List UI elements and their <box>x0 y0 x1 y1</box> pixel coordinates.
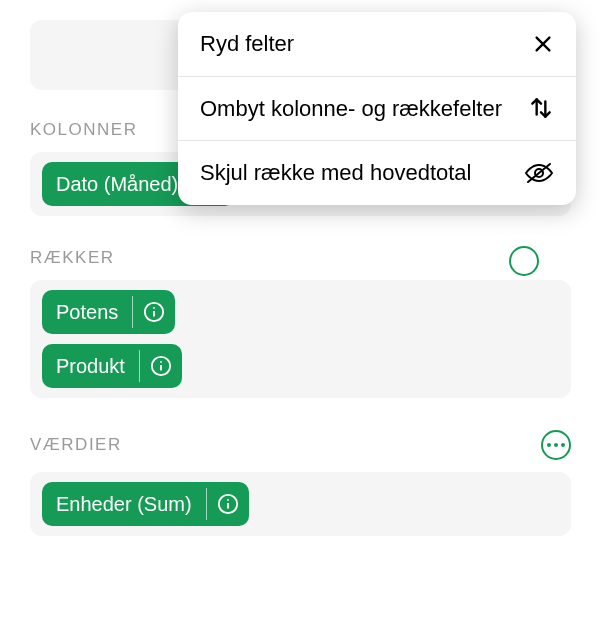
row-pill-produkt[interactable]: Produkt <box>42 344 182 388</box>
values-card: Enheder (Sum) <box>30 472 571 536</box>
swap-icon <box>528 95 554 121</box>
swap-fields-item[interactable]: Ombyt kolonne- og rækkefelter <box>178 77 576 141</box>
row-pill-potens[interactable]: Potens <box>42 290 175 334</box>
svg-point-8 <box>160 361 162 363</box>
pill-label: Dato (Måned) <box>42 162 192 206</box>
pill-label: Enheder (Sum) <box>42 482 206 526</box>
rows-card: Potens Produkt <box>30 280 571 398</box>
rows-section-header: RÆKKER <box>30 248 571 268</box>
close-icon <box>532 33 554 55</box>
info-icon[interactable] <box>140 344 182 388</box>
rows-label: RÆKKER <box>30 248 115 268</box>
hide-grandtotal-item[interactable]: Skjul række med hovedtotal <box>178 141 576 205</box>
columns-label: KOLONNER <box>30 120 137 140</box>
field-options-popup: Ryd felter Ombyt kolonne- og rækkefelter… <box>178 12 576 205</box>
value-pill-enheder[interactable]: Enheder (Sum) <box>42 482 249 526</box>
info-icon[interactable] <box>133 290 175 334</box>
values-section-header: VÆRDIER <box>30 430 571 460</box>
clear-fields-label: Ryd felter <box>200 30 294 58</box>
values-label: VÆRDIER <box>30 435 122 455</box>
eye-slash-icon <box>524 161 554 185</box>
svg-point-5 <box>153 307 155 309</box>
more-icon[interactable] <box>509 246 539 276</box>
hide-grandtotal-label: Skjul række med hovedtotal <box>200 159 471 187</box>
clear-fields-item[interactable]: Ryd felter <box>178 12 576 76</box>
svg-point-11 <box>227 499 229 501</box>
swap-fields-label: Ombyt kolonne- og rækkefelter <box>200 95 502 123</box>
info-icon[interactable] <box>207 482 249 526</box>
more-icon[interactable] <box>541 430 571 460</box>
pill-label: Produkt <box>42 344 139 388</box>
pill-label: Potens <box>42 290 132 334</box>
